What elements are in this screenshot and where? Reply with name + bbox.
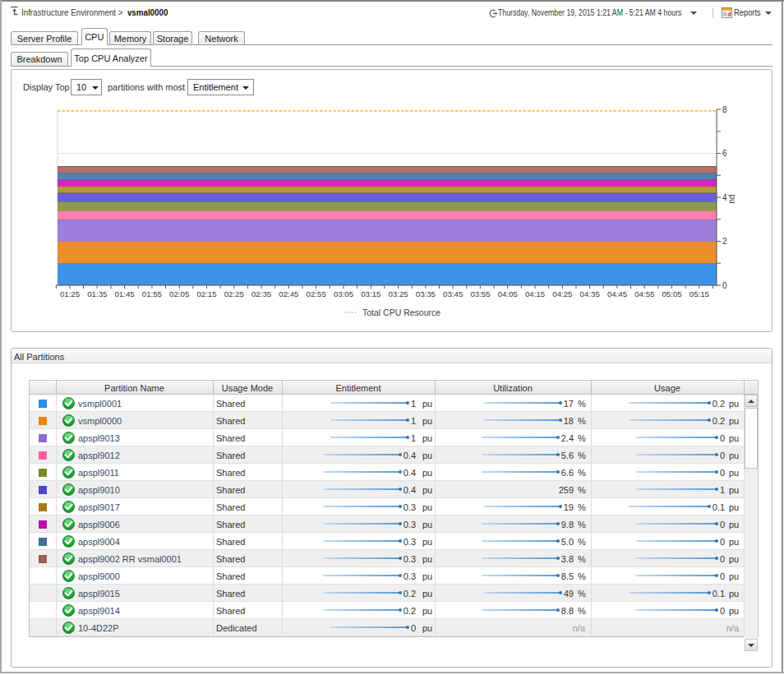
svg-text:04:45: 04:45	[607, 289, 627, 298]
svg-text:02:15: 02:15	[196, 289, 216, 298]
svg-text:pu: pu	[728, 194, 737, 203]
svg-text:02:35: 02:35	[251, 289, 271, 298]
svg-text:05:15: 05:15	[689, 289, 709, 298]
svg-text:01:55: 01:55	[142, 289, 162, 298]
svg-text:6: 6	[722, 149, 727, 158]
svg-text:02:55: 02:55	[307, 289, 326, 298]
svg-text:03:55: 03:55	[470, 289, 490, 298]
svg-text:04:25: 04:25	[552, 289, 572, 298]
svg-text:01:45: 01:45	[114, 289, 134, 298]
svg-text:0: 0	[722, 281, 727, 290]
svg-text:01:25: 01:25	[60, 289, 80, 298]
svg-text:2: 2	[722, 237, 727, 246]
svg-text:05:05: 05:05	[662, 289, 681, 298]
svg-text:02:45: 02:45	[279, 289, 298, 298]
svg-text:04:55: 04:55	[634, 289, 654, 298]
svg-text:03:25: 03:25	[388, 289, 408, 298]
svg-text:04:35: 04:35	[580, 289, 600, 298]
svg-text:02:05: 02:05	[169, 289, 189, 298]
svg-text:04:05: 04:05	[498, 289, 518, 298]
svg-text:02:25: 02:25	[224, 289, 244, 298]
svg-text:Total CPU Resource: Total CPU Resource	[362, 307, 440, 317]
svg-text:03:15: 03:15	[361, 289, 380, 298]
svg-text:01:35: 01:35	[87, 289, 107, 298]
svg-text:03:35: 03:35	[416, 289, 436, 298]
svg-text:8: 8	[722, 105, 727, 114]
svg-text:03:45: 03:45	[443, 289, 463, 298]
svg-text:4: 4	[722, 193, 727, 202]
svg-text:03:05: 03:05	[334, 289, 353, 298]
svg-text:04:15: 04:15	[525, 289, 545, 298]
